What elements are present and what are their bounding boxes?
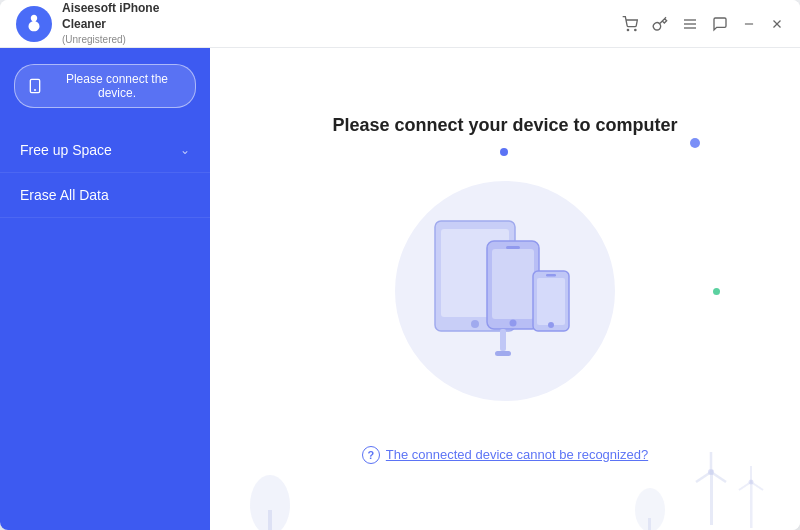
svg-rect-30 <box>750 480 753 528</box>
cart-icon[interactable] <box>622 16 638 32</box>
sidebar-item-label-free-up-space: Free up Space <box>20 142 112 158</box>
svg-rect-36 <box>648 518 651 530</box>
svg-line-33 <box>751 482 763 490</box>
svg-line-28 <box>711 472 726 482</box>
svg-point-12 <box>471 320 479 328</box>
sidebar: Please connect the device. Free up Space… <box>0 48 210 530</box>
chevron-down-icon: ⌄ <box>180 143 190 157</box>
device-illustration <box>365 176 645 406</box>
sidebar-item-free-up-space[interactable]: Free up Space ⌄ <box>0 128 210 173</box>
content-area: Please connect your device to computer <box>210 48 800 530</box>
help-icon: ? <box>362 446 380 464</box>
decoration-dot-green <box>713 288 720 295</box>
svg-point-16 <box>510 319 517 326</box>
sidebar-item-erase-all-data[interactable]: Erase All Data <box>0 173 210 218</box>
svg-line-29 <box>696 472 711 482</box>
svg-rect-22 <box>495 351 511 356</box>
decoration-dot-blue-2 <box>690 138 700 148</box>
app-logo <box>16 6 52 42</box>
svg-rect-24 <box>268 510 272 530</box>
svg-rect-25 <box>710 470 713 525</box>
menu-icon[interactable] <box>682 16 698 32</box>
svg-rect-18 <box>537 278 565 325</box>
chat-icon[interactable] <box>712 16 728 32</box>
svg-line-34 <box>739 482 751 490</box>
decoration-dot-blue-1 <box>500 148 508 156</box>
app-status: (Unregistered) <box>62 33 159 46</box>
svg-point-23 <box>250 475 290 530</box>
key-icon[interactable] <box>652 16 668 32</box>
svg-rect-21 <box>500 329 506 351</box>
background-decoration <box>210 410 800 530</box>
app-name: Aiseesoft iPhone <box>62 1 159 17</box>
connect-device-button[interactable]: Please connect the device. <box>14 64 196 108</box>
titlebar: Aiseesoft iPhone Cleaner (Unregistered) <box>0 0 800 48</box>
app-name2: Cleaner <box>62 17 159 33</box>
page-title: Please connect your device to computer <box>332 115 677 136</box>
svg-point-26 <box>708 469 714 475</box>
help-text[interactable]: The connected device cannot be recognize… <box>386 447 648 462</box>
svg-point-20 <box>548 322 554 328</box>
svg-rect-15 <box>506 246 520 249</box>
svg-point-0 <box>627 29 628 30</box>
app-title-block: Aiseesoft iPhone Cleaner (Unregistered) <box>62 1 159 45</box>
close-icon[interactable] <box>770 17 784 31</box>
connect-button-label: Please connect the device. <box>51 72 183 100</box>
svg-point-35 <box>635 488 665 530</box>
devices-svg <box>405 196 605 386</box>
sidebar-item-label-erase-all-data: Erase All Data <box>20 187 109 203</box>
svg-point-31 <box>749 480 754 485</box>
app-window: Aiseesoft iPhone Cleaner (Unregistered) <box>0 0 800 530</box>
minimize-icon[interactable] <box>742 17 756 31</box>
help-link[interactable]: ? The connected device cannot be recogni… <box>362 446 648 464</box>
svg-rect-19 <box>546 274 556 277</box>
titlebar-controls <box>622 16 784 32</box>
sidebar-menu: Free up Space ⌄ Erase All Data <box>0 128 210 218</box>
svg-rect-14 <box>492 249 534 319</box>
svg-point-1 <box>635 29 636 30</box>
main-layout: Please connect the device. Free up Space… <box>0 48 800 530</box>
